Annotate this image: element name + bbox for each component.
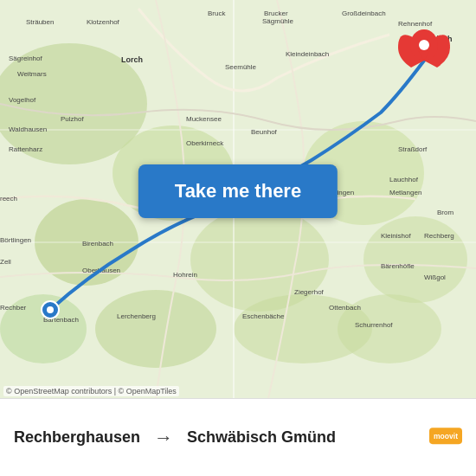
route-info: Rechberghausen → Schwäbisch Gmünd (14, 427, 429, 449)
svg-text:Eschenbäche: Eschenbäche (242, 312, 285, 320)
svg-text:Wißgol: Wißgol (424, 273, 446, 281)
svg-text:Rattenharz: Rattenharz (9, 145, 42, 153)
app: Sträuben Klotzenhof Bruck Brucker Sägmüh… (0, 0, 476, 476)
svg-text:Weitmars: Weitmars (17, 70, 47, 78)
map-container: Sträuben Klotzenhof Bruck Brucker Sägmüh… (0, 0, 476, 398)
svg-text:Lauchhof: Lauchhof (389, 176, 419, 183)
svg-text:Hohrein: Hohrein (173, 271, 197, 279)
svg-text:Bruck: Bruck (208, 10, 226, 17)
svg-text:Brom: Brom (437, 209, 453, 216)
arrow-icon: → (154, 427, 173, 449)
svg-point-60 (47, 306, 54, 313)
svg-text:Kleinishof: Kleinishof (381, 232, 411, 240)
moovit-logo: moovit (429, 421, 462, 454)
map-attribution: © OpenStreetMap contributors | © OpenMap… (3, 386, 179, 396)
svg-text:Ottenbach: Ottenbach (329, 304, 361, 312)
svg-text:Schurrenhof: Schurrenhof (355, 321, 393, 329)
svg-text:Lerchenberg: Lerchenberg (117, 312, 156, 320)
svg-text:Metlangen: Metlangen (389, 189, 421, 196)
svg-text:Bärenhöfle: Bärenhöfle (381, 262, 415, 270)
svg-text:Sägreinhof: Sägreinhof (9, 55, 42, 62)
svg-text:Großdeinbach: Großdeinbach (342, 10, 386, 17)
svg-text:Rehnenhof: Rehnenhof (398, 20, 433, 28)
svg-text:Oberkirneck: Oberkirneck (186, 139, 224, 147)
svg-text:Vogelhof: Vogelhof (9, 96, 36, 104)
svg-text:Rechberg: Rechberg (424, 232, 454, 240)
svg-text:reech: reech (0, 195, 17, 203)
svg-text:Ziegerhof: Ziegerhof (294, 288, 325, 296)
origin-label: Rechberghausen (14, 428, 140, 447)
svg-text:Kleindeinbach: Kleindeinbach (286, 50, 329, 58)
svg-text:moovit: moovit (434, 431, 458, 440)
svg-point-6 (363, 216, 467, 303)
svg-text:Beunhof: Beunhof (251, 128, 278, 136)
svg-text:Klotzenhof: Klotzenhof (87, 18, 120, 26)
svg-point-7 (95, 290, 216, 368)
take-me-there-button[interactable]: Take me there (138, 164, 338, 218)
svg-text:Seemühle: Seemühle (225, 63, 257, 71)
svg-text:Lorch: Lorch (121, 55, 143, 64)
svg-text:Waldhausen: Waldhausen (9, 125, 47, 133)
svg-text:Rechber: Rechber (0, 304, 27, 312)
svg-text:Muckensee: Muckensee (186, 115, 222, 123)
svg-text:Birenbach: Birenbach (82, 240, 113, 248)
destination-label: Schwäbisch Gmünd (187, 428, 336, 447)
bottom-bar: Rechberghausen → Schwäbisch Gmünd moovit (0, 398, 476, 476)
svg-text:Brucker: Brucker (264, 10, 288, 17)
svg-text:Pulzhof: Pulzhof (61, 115, 84, 123)
svg-text:Sägmühle: Sägmühle (262, 17, 294, 25)
svg-text:Sträuben: Sträuben (26, 18, 54, 26)
svg-text:Straßdorf: Straßdorf (398, 145, 428, 153)
svg-text:Zell: Zell (0, 258, 11, 266)
moovit-icon: moovit (429, 421, 462, 454)
svg-point-62 (419, 40, 429, 50)
svg-text:Börtlingen: Börtlingen (0, 236, 31, 244)
